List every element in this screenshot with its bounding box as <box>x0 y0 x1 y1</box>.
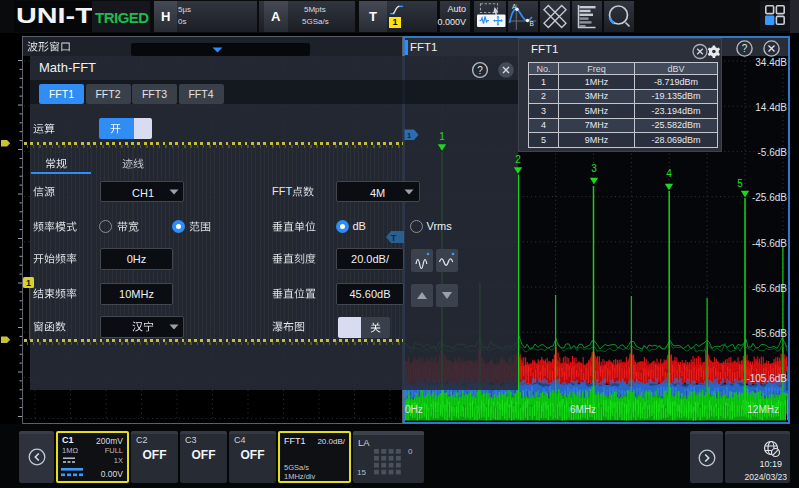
svg-text:5: 5 <box>737 178 743 189</box>
svg-text:4: 4 <box>666 168 672 179</box>
svg-text:3: 3 <box>591 163 597 174</box>
svg-text:1: 1 <box>407 131 411 140</box>
svg-text:1: 1 <box>26 278 31 288</box>
svg-text:T: T <box>391 233 397 243</box>
svg-text:2: 2 <box>515 154 521 165</box>
svg-text:1: 1 <box>439 131 445 142</box>
